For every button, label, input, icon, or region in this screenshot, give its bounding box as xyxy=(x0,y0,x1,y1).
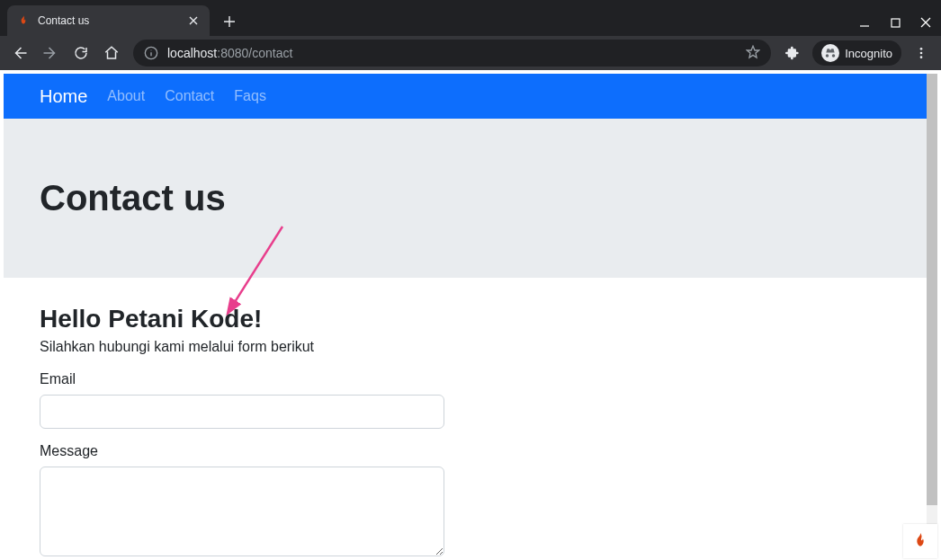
browser-toolbar: localhost:8080/contact Incognito xyxy=(0,36,941,70)
nav-brand-home[interactable]: Home xyxy=(40,86,87,107)
menu-button[interactable] xyxy=(907,39,936,67)
window-maximize-button[interactable] xyxy=(880,9,910,36)
page-title: Contact us xyxy=(40,178,891,218)
window-close-button[interactable] xyxy=(910,9,941,36)
svg-rect-0 xyxy=(892,19,900,27)
greeting-heading: Hello Petani Kode! xyxy=(40,305,891,333)
tab-title: Contact us xyxy=(38,14,186,27)
window-titlebar: Contact us xyxy=(0,0,941,36)
extensions-icon[interactable] xyxy=(778,39,807,67)
page-viewport: Home About Contact Faqs Contact us Hello… xyxy=(4,74,927,556)
scrollbar-track[interactable] xyxy=(927,74,937,556)
scrollbar-thumb[interactable] xyxy=(927,74,937,505)
browser-tab[interactable]: Contact us xyxy=(7,5,210,36)
svg-point-3 xyxy=(920,52,923,55)
tab-close-icon[interactable] xyxy=(186,13,201,28)
form-group-email: Email xyxy=(40,371,444,429)
reload-button[interactable] xyxy=(67,39,95,67)
svg-point-2 xyxy=(920,48,923,50)
url-host: localhost xyxy=(167,46,217,60)
incognito-label: Incognito xyxy=(845,47,892,60)
url-portpath: :8080/contact xyxy=(217,46,292,60)
viewport-wrap: Home About Contact Faqs Contact us Hello… xyxy=(0,70,941,560)
message-field[interactable] xyxy=(40,467,444,556)
new-tab-button[interactable] xyxy=(217,9,242,34)
url-text: localhost:8080/contact xyxy=(167,46,737,60)
favicon-flame-icon xyxy=(16,13,31,28)
page-content: Hello Petani Kode! Silahkan hubungi kami… xyxy=(4,278,927,556)
site-navbar: Home About Contact Faqs xyxy=(4,74,927,119)
window-minimize-button[interactable] xyxy=(849,9,880,36)
incognito-icon xyxy=(821,44,839,62)
form-group-message: Message xyxy=(40,443,444,556)
forward-button[interactable] xyxy=(36,39,65,67)
nav-link-faqs[interactable]: Faqs xyxy=(234,88,266,104)
home-button[interactable] xyxy=(97,39,126,67)
address-bar[interactable]: localhost:8080/contact xyxy=(133,40,771,67)
window-controls xyxy=(849,9,941,36)
intro-text: Silahkan hubungi kami melalui form berik… xyxy=(40,339,891,355)
codeigniter-badge-icon[interactable] xyxy=(903,524,937,558)
message-label: Message xyxy=(40,443,444,459)
bookmark-star-icon[interactable] xyxy=(746,45,760,62)
email-field[interactable] xyxy=(40,395,444,429)
svg-point-4 xyxy=(920,56,923,58)
back-button[interactable] xyxy=(5,39,34,67)
incognito-badge[interactable]: Incognito xyxy=(812,40,901,66)
email-label: Email xyxy=(40,371,444,387)
nav-link-about[interactable]: About xyxy=(107,88,145,104)
nav-link-contact[interactable]: Contact xyxy=(165,88,214,104)
site-info-icon[interactable] xyxy=(144,46,158,60)
jumbotron: Contact us xyxy=(4,119,927,278)
